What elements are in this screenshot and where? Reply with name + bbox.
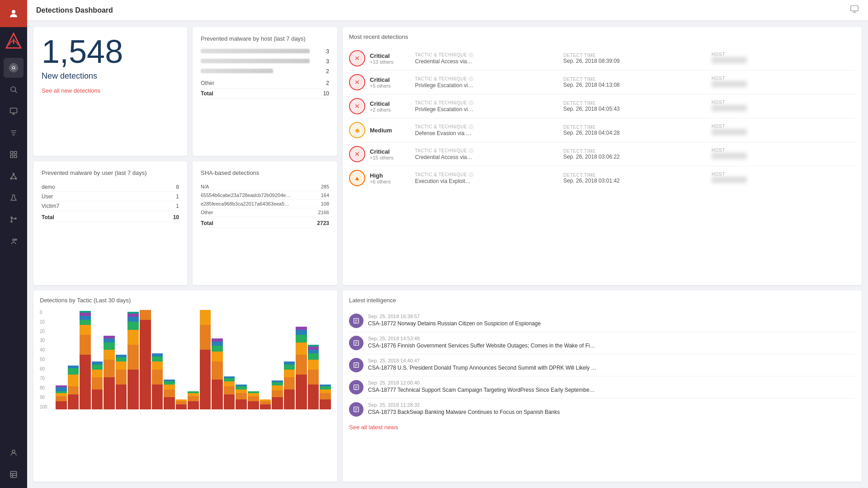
tactic-value-2: Privilege Escalation vi… [415, 106, 496, 113]
bar-segment-8-2 [152, 361, 163, 370]
sidebar-item-user-settings[interactable] [4, 231, 24, 251]
severity-info-4: Critical +15 others [370, 148, 410, 160]
monitor-icon [850, 5, 859, 16]
host-col-header-5: HOST [712, 172, 855, 177]
svg-point-3 [13, 67, 15, 69]
tactic-title: Detections by Tactic (Last 30 days) [40, 297, 331, 304]
bar-segment-21-0 [308, 385, 319, 409]
bar-segment-6-1 [127, 345, 139, 370]
sidebar-item-settings[interactable] [4, 465, 24, 484]
bar-segment-0-2 [56, 393, 67, 396]
time-value-0: Sep. 26, 2018 08:39:09 [563, 58, 645, 64]
sidebar-item-radio[interactable] [4, 58, 24, 78]
user-avatar[interactable] [0, 0, 27, 27]
intel-time-4: Sep. 25, 2018 11:28:32 [368, 402, 560, 408]
page-title: Detections Dashboard [36, 6, 113, 14]
malware-count-1: 3 [326, 48, 329, 55]
sidebar-item-filter[interactable] [4, 123, 24, 143]
svg-point-31 [12, 450, 15, 453]
tactic-value-5: Execution via Exploit… [415, 178, 496, 184]
sha-title: SHA-based detections [201, 169, 329, 176]
chart-bar-11 [188, 310, 199, 409]
host-col-header-2: HOST [712, 100, 855, 105]
detection-time-col-5: DETECT TIME Sep. 26, 2018 03:01:42 [563, 173, 707, 184]
bar-segment-11-1 [188, 396, 199, 401]
user-count-2: 1 [176, 203, 179, 209]
chart-bar-14 [224, 310, 235, 409]
sidebar-item-flask[interactable] [4, 188, 24, 208]
bar-segment-12-2 [200, 310, 211, 325]
bar-segment-5-4 [116, 355, 127, 358]
malware-count-3: 2 [326, 68, 329, 75]
time-col-header-4: DETECT TIME [563, 149, 707, 154]
time-col-header-3: DETECT TIME [563, 125, 707, 130]
bar-segment-18-1 [272, 390, 283, 397]
sha-total-row: Total2723 [201, 219, 329, 228]
see-all-detections-link[interactable]: See all new detections [42, 87, 100, 94]
bar-segment-20-0 [296, 375, 307, 409]
malware-user-title: Prevented malware by user (last 7 days) [42, 169, 179, 176]
intel-icon-3 [349, 380, 363, 394]
user-total-count: 10 [173, 214, 179, 221]
bar-segment-18-0 [272, 397, 283, 409]
time-value-4: Sep. 26, 2018 03:06:22 [563, 154, 645, 160]
bar-segment-13-4 [212, 342, 223, 346]
sidebar-item-grid[interactable] [4, 145, 24, 164]
bar-segment-4-3 [104, 343, 115, 349]
bar-segment-8-1 [152, 370, 163, 385]
bar-segment-0-1 [56, 396, 67, 401]
tactic-value-4: Credential Access via… [415, 154, 496, 160]
sidebar-item-network[interactable] [4, 166, 24, 186]
sidebar-item-monitor[interactable] [4, 101, 24, 121]
malware-host-row-2: 3 [201, 58, 329, 65]
bar-segment-21-5 [308, 347, 319, 350]
chart-bar-10 [176, 310, 187, 409]
detection-count: 1,548 [42, 35, 179, 68]
intel-title-0: CSA-18772 Norway Detains Russian Citizen… [368, 320, 541, 328]
intel-title-4: CSA-18773 BackSwap Banking Malware Conti… [368, 408, 560, 416]
chart-bar-8 [152, 310, 163, 409]
app-logo [0, 27, 27, 54]
malware-user-row-2: Victim71 [42, 202, 179, 211]
see-all-news-link[interactable]: See all latest news [349, 424, 398, 431]
malware-bar-bg-2 [201, 59, 321, 64]
chart-bar-12 [200, 310, 211, 409]
detection-tactic-col-3: TACTIC & TECHNIQUE ⓘ Defense Evasion via… [415, 124, 559, 136]
host-value-3: ██ ██ ██ ██ [712, 129, 747, 135]
sidebar-item-branch[interactable] [4, 210, 24, 230]
bar-segment-8-3 [152, 357, 163, 361]
bar-segment-11-0 [188, 401, 199, 409]
bar-segment-3-4 [92, 361, 103, 365]
sidebar-item-search[interactable] [4, 80, 24, 99]
severity-info-2: Critical +2 others [370, 100, 410, 113]
bar-segment-19-0 [284, 389, 295, 409]
tactic-col-header-4: TACTIC & TECHNIQUE ⓘ [415, 148, 559, 154]
bar-segment-10-0 [176, 404, 187, 409]
malware-user-row-1: User1 [42, 192, 179, 202]
bar-segment-17-0 [260, 404, 271, 409]
malware-other-count: 2 [326, 80, 329, 86]
intel-icon-0 [349, 314, 363, 328]
time-value-2: Sep. 26, 2018 04:05:43 [563, 106, 645, 112]
chart-bar-0 [56, 310, 67, 409]
user-count-0: 8 [176, 184, 179, 190]
bar-segment-5-3 [116, 357, 127, 361]
malware-bar-bg-1 [201, 49, 321, 54]
tactic-chart: 1009080706050403020100 [40, 310, 331, 418]
tactic-value-3: Defense Evasion via … [415, 130, 496, 136]
bar-segment-22-2 [320, 389, 331, 394]
detection-others-5: +6 others [370, 179, 410, 184]
bar-segment-21-3 [308, 353, 319, 359]
host-col-header-4: HOST [712, 148, 855, 153]
severity-label-4: Critical [370, 148, 410, 155]
malware-other-label: Other [201, 80, 214, 86]
bar-segment-8-0 [152, 385, 163, 409]
malware-user-rows: demo8User1Victim71Total10 [42, 183, 179, 222]
topbar: Detections Dashboard [27, 0, 868, 21]
sidebar-item-account[interactable] [4, 443, 24, 463]
chart-bar-16 [248, 310, 259, 409]
sha-row-1: 65554b6cabe23a728eadcb72b09204e63afc6a76… [201, 191, 329, 200]
severity-badge-1: ✕ [349, 74, 365, 90]
dashboard-grid: 1,548 New detections See all new detecti… [27, 21, 868, 488]
sha-rows: N/A28565554b6cabe23a728eadcb72b09204e63a… [201, 183, 329, 228]
